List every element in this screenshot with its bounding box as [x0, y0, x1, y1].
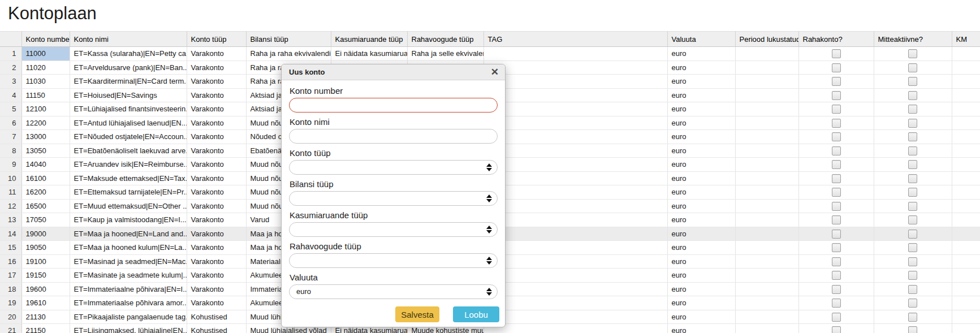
column-header-km[interactable]: KM	[952, 32, 980, 47]
mitteaktiivne-checkbox[interactable]	[874, 158, 952, 172]
cell-konto-nimi[interactable]: ET=Antud lühiajalised laenud|EN...	[70, 116, 187, 130]
mitteaktiivne-checkbox[interactable]	[874, 144, 952, 158]
cell-km[interactable]	[952, 199, 980, 213]
row-number[interactable]: 12	[0, 199, 21, 213]
column-header-konto_number[interactable]: Konto number	[21, 32, 70, 47]
cell-konto-number[interactable]: 16500	[21, 199, 70, 213]
cell-konto-tyyp[interactable]: Varakonto	[187, 241, 246, 255]
cell-tag[interactable]	[483, 102, 667, 116]
mitteaktiivne-checkbox[interactable]	[908, 91, 917, 100]
rahakonto-checkbox[interactable]	[798, 282, 874, 296]
cell-km[interactable]	[952, 185, 980, 200]
mitteaktiivne-checkbox[interactable]	[874, 213, 952, 227]
row-number[interactable]: 9	[0, 158, 21, 172]
cell-konto-tyyp[interactable]: Varakonto	[187, 185, 246, 200]
cell-bilansi-tyyp[interactable]: Raha ja raha ekvivalendid	[246, 47, 331, 61]
mitteaktiivne-checkbox[interactable]	[908, 215, 917, 224]
mitteaktiivne-checkbox[interactable]	[908, 313, 917, 322]
cell-valuuta[interactable]: euro	[667, 282, 735, 296]
cell-konto-number[interactable]: 11020	[21, 60, 70, 75]
cell-valuuta[interactable]: euro	[667, 185, 735, 200]
cell-konto-nimi[interactable]: ET=Lühiajalised finantsinvesteerin...	[70, 102, 187, 116]
cell-valuuta[interactable]: euro	[667, 60, 735, 75]
row-number[interactable]: 16	[0, 254, 21, 269]
cell-konto-tyyp[interactable]: Varakonto	[187, 171, 246, 185]
cell-tag[interactable]	[483, 75, 667, 89]
cell-konto-number[interactable]: 13000	[21, 130, 70, 144]
cell-periood-lukustatud[interactable]	[735, 324, 798, 333]
mitteaktiivne-checkbox[interactable]	[874, 60, 952, 75]
cell-tag[interactable]	[483, 130, 667, 144]
cell-konto-nimi[interactable]: ET=Kaarditerminal|EN=Card term...	[70, 75, 187, 89]
cell-km[interactable]	[952, 171, 980, 185]
row-number[interactable]: 3	[0, 75, 21, 89]
cell-tag[interactable]	[483, 269, 667, 283]
mitteaktiivne-checkbox[interactable]	[908, 202, 917, 211]
cell-konto-tyyp[interactable]: Varakonto	[187, 144, 246, 158]
mitteaktiivne-checkbox[interactable]	[874, 269, 952, 283]
rahakonto-checkbox[interactable]	[798, 102, 874, 116]
konto-nimi-input[interactable]	[289, 129, 498, 144]
cell-periood-lukustatud[interactable]	[735, 144, 798, 158]
cell-konto-number[interactable]: 19610	[21, 296, 70, 310]
cell-konto-nimi[interactable]: ET=Liisingmaksed, lühiajaline|EN...	[70, 324, 187, 333]
row-number[interactable]: 7	[0, 130, 21, 144]
rahakonto-checkbox[interactable]	[832, 49, 841, 58]
cell-konto-number[interactable]: 19600	[21, 282, 70, 296]
cell-km[interactable]	[952, 47, 980, 61]
rahakonto-checkbox[interactable]	[832, 243, 841, 252]
cell-periood-lukustatud[interactable]	[735, 47, 798, 61]
rahakonto-checkbox[interactable]	[798, 130, 874, 144]
valuuta-select[interactable]: euro	[289, 284, 498, 299]
cell-valuuta[interactable]: euro	[667, 102, 735, 116]
rahavoogude-tyyp-select[interactable]	[289, 253, 498, 268]
mitteaktiivne-checkbox[interactable]	[908, 63, 917, 72]
cell-km[interactable]	[952, 227, 980, 241]
row-number[interactable]: 10	[0, 171, 21, 185]
mitteaktiivne-checkbox[interactable]	[908, 299, 917, 308]
cell-km[interactable]	[952, 102, 980, 116]
column-header-tag[interactable]: TAG	[483, 32, 667, 47]
cell-valuuta[interactable]: euro	[667, 171, 735, 185]
rahakonto-checkbox[interactable]	[832, 105, 841, 114]
column-header-bilansi_tyyp[interactable]: Bilansi tüüp	[246, 32, 331, 47]
mitteaktiivne-checkbox[interactable]	[908, 257, 917, 266]
rahakonto-checkbox[interactable]	[832, 174, 841, 183]
rahakonto-checkbox[interactable]	[832, 215, 841, 224]
cell-tag[interactable]	[483, 241, 667, 255]
cell-km[interactable]	[952, 282, 980, 296]
cell-periood-lukustatud[interactable]	[735, 227, 798, 241]
mitteaktiivne-checkbox[interactable]	[908, 271, 917, 280]
mitteaktiivne-checkbox[interactable]	[908, 146, 917, 155]
cell-tag[interactable]	[483, 60, 667, 75]
cell-tag[interactable]	[483, 88, 667, 102]
save-button[interactable]: Salvesta	[395, 306, 439, 322]
mitteaktiivne-checkbox[interactable]	[908, 77, 917, 86]
cell-valuuta[interactable]: euro	[667, 269, 735, 283]
cell-konto-nimi[interactable]: ET=Immateriaalse põhivara amor...	[70, 296, 187, 310]
rahakonto-checkbox[interactable]	[832, 285, 841, 294]
row-number[interactable]: 4	[0, 88, 21, 102]
cell-rahavoogude-tyyp[interactable]: Raha ja selle ekvivalendid	[407, 47, 483, 61]
cell-tag[interactable]	[483, 158, 667, 172]
cell-konto-nimi[interactable]: ET=Kaup ja valmistoodang|EN=I...	[70, 213, 187, 227]
cell-konto-tyyp[interactable]: Varakonto	[187, 75, 246, 89]
cell-periood-lukustatud[interactable]	[735, 282, 798, 296]
row-number[interactable]: 17	[0, 269, 21, 283]
cell-tag[interactable]	[483, 310, 667, 324]
cell-konto-number[interactable]: 11030	[21, 75, 70, 89]
column-header-rahavoogude_tyyp[interactable]: Rahavoogude tüüp	[407, 32, 483, 47]
rahakonto-checkbox[interactable]	[832, 91, 841, 100]
cell-km[interactable]	[952, 144, 980, 158]
cell-konto-nimi[interactable]: ET=Muud ettemaksud|EN=Other ...	[70, 199, 187, 213]
cell-kasumiaruande-tyyp[interactable]: Ei näidata kasumiaruan...	[331, 47, 407, 61]
cell-valuuta[interactable]: euro	[667, 254, 735, 269]
column-header-rahakonto[interactable]: Rahakonto?	[798, 32, 874, 47]
kasumiaruande-tyyp-select[interactable]	[289, 222, 498, 237]
cell-periood-lukustatud[interactable]	[735, 213, 798, 227]
row-number[interactable]: 2	[0, 60, 21, 75]
rahakonto-checkbox[interactable]	[798, 75, 874, 89]
cell-konto-number[interactable]: 21150	[21, 324, 70, 333]
mitteaktiivne-checkbox[interactable]	[874, 324, 952, 333]
rahakonto-checkbox[interactable]	[832, 160, 841, 169]
